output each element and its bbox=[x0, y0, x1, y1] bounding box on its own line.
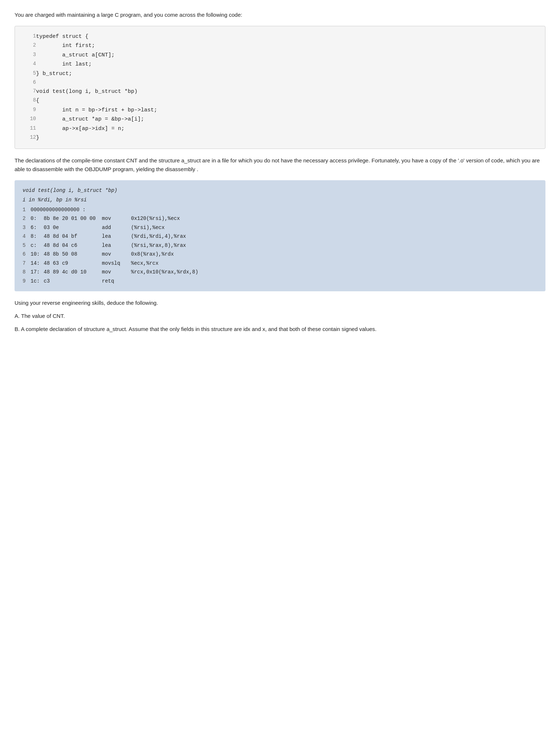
code-line-row: 7 void test(long i, b_struct *bp) bbox=[22, 87, 157, 96]
asm-bytes: 03 0e bbox=[44, 223, 102, 232]
code-text: int last; bbox=[36, 60, 157, 69]
asm-op: movslq bbox=[102, 259, 131, 268]
asm-addr: c: bbox=[31, 241, 44, 250]
line-number: 12 bbox=[22, 133, 36, 143]
intro-text: You are charged with maintaining a large… bbox=[15, 11, 545, 19]
asm-addr: 14: bbox=[31, 259, 44, 268]
asm-op: add bbox=[102, 223, 131, 232]
line-number: 3 bbox=[22, 51, 36, 60]
asm-operands: (%rdi,%rdi,4),%rax bbox=[131, 232, 537, 241]
code-line-row: 4 int last; bbox=[22, 60, 157, 69]
asm-operands: %rcx,0x10(%rax,%rdx,8) bbox=[131, 268, 537, 277]
bottom-lead: Using your reverse engineering skills, d… bbox=[15, 299, 545, 307]
asm-operands: (%rsi,%rax,8),%rax bbox=[131, 241, 537, 250]
code-line-row: 1 typedef struct { bbox=[22, 32, 157, 42]
asm-row: 8 17: 48 89 4c d0 10 mov %rcx,0x10(%rax,… bbox=[23, 268, 537, 277]
asm-addr: 8: bbox=[31, 232, 44, 241]
asm-line-num: 4 bbox=[23, 232, 31, 241]
asm-op: lea bbox=[102, 241, 131, 250]
asm-bytes: 8b 8e 20 01 00 00 bbox=[44, 214, 102, 223]
code-text: int n = bp->first + bp->last; bbox=[36, 106, 157, 115]
code-text: } b_struct; bbox=[36, 69, 157, 79]
asm-line-num: 8 bbox=[23, 268, 31, 277]
asm-addr: 0: bbox=[31, 214, 44, 223]
code-line-row: 8 { bbox=[22, 96, 157, 106]
line-number: 7 bbox=[22, 87, 36, 96]
code-text: ap->x[ap->idx] = n; bbox=[36, 124, 157, 134]
asm-bytes: 48 8d 04 bf bbox=[44, 232, 102, 241]
code-line-row: 3 a_struct a[CNT]; bbox=[22, 51, 157, 60]
asm-op: mov bbox=[102, 214, 131, 223]
asm-op: mov bbox=[102, 250, 131, 259]
code-line-row: 11 ap->x[ap->idx] = n; bbox=[22, 124, 157, 134]
asm-table: 1 0000000000000000 : 2 0: 8b 8e 20 01 00… bbox=[23, 205, 537, 286]
asm-row: 7 14: 48 63 c9 movslq %ecx,%rcx bbox=[23, 259, 537, 268]
line-number: 6 bbox=[22, 78, 36, 87]
asm-op: lea bbox=[102, 232, 131, 241]
code-text: a_struct *ap = &bp->a[i]; bbox=[36, 115, 157, 124]
bottom-b: B. A complete declaration of structure a… bbox=[15, 325, 545, 334]
line-number: 10 bbox=[22, 115, 36, 124]
asm-line-num: 9 bbox=[23, 277, 31, 286]
bottom-a: A. The value of CNT. bbox=[15, 312, 545, 320]
asm-row: 9 1c: c3 retq bbox=[23, 277, 537, 286]
line-number: 8 bbox=[22, 96, 36, 106]
asm-operands bbox=[131, 277, 537, 286]
asm-operands: 0x8(%rax),%rdx bbox=[131, 250, 537, 259]
asm-code-block: void test(long i, b_struct *bp) i in %rd… bbox=[15, 180, 545, 292]
code-line-row: 2 int first; bbox=[22, 41, 157, 51]
asm-row: 3 6: 03 0e add (%rsi),%ecx bbox=[23, 223, 537, 232]
asm-header1: void test(long i, b_struct *bp) bbox=[23, 186, 537, 195]
asm-addr: 10: bbox=[31, 250, 44, 259]
asm-header2: i in %rdi, bp in %rsi bbox=[23, 196, 537, 205]
line-number: 4 bbox=[22, 60, 36, 69]
code-text: { bbox=[36, 96, 157, 106]
bottom-section: Using your reverse engineering skills, d… bbox=[15, 299, 545, 334]
source-code-table: 1 typedef struct { 2 int first; 3 a_stru… bbox=[22, 32, 157, 143]
middle-text: The declarations of the compile-time con… bbox=[15, 156, 545, 174]
line-number: 11 bbox=[22, 124, 36, 134]
asm-bytes: 48 63 c9 bbox=[44, 259, 102, 268]
code-line-row: 5 } b_struct; bbox=[22, 69, 157, 79]
code-text: a_struct a[CNT]; bbox=[36, 51, 157, 60]
asm-row: 2 0: 8b 8e 20 01 00 00 mov 0x120(%rsi),%… bbox=[23, 214, 537, 223]
asm-line-num: 5 bbox=[23, 241, 31, 250]
asm-bytes: 48 89 4c d0 10 bbox=[44, 268, 102, 277]
line-number: 1 bbox=[22, 32, 36, 42]
code-text: int first; bbox=[36, 41, 157, 51]
asm-line-num: 7 bbox=[23, 259, 31, 268]
asm-label: 0000000000000000 : bbox=[31, 205, 537, 214]
asm-row: 5 c: 48 8d 04 c6 lea (%rsi,%rax,8),%rax bbox=[23, 241, 537, 250]
code-text bbox=[36, 78, 157, 87]
source-code-block: 1 typedef struct { 2 int first; 3 a_stru… bbox=[15, 26, 545, 149]
code-text: } bbox=[36, 133, 157, 143]
asm-addr: 1c: bbox=[31, 277, 44, 286]
asm-line-num: 6 bbox=[23, 250, 31, 259]
asm-addr: 17: bbox=[31, 268, 44, 277]
asm-op: mov bbox=[102, 268, 131, 277]
code-line-row: 12 } bbox=[22, 133, 157, 143]
asm-operands: 0x120(%rsi),%ecx bbox=[131, 214, 537, 223]
code-line-row: 9 int n = bp->first + bp->last; bbox=[22, 106, 157, 115]
code-text: void test(long i, b_struct *bp) bbox=[36, 87, 157, 96]
asm-op: retq bbox=[102, 277, 131, 286]
asm-bytes: 48 8d 04 c6 bbox=[44, 241, 102, 250]
asm-line-num: 1 bbox=[23, 205, 31, 214]
asm-row: 6 10: 48 8b 50 08 mov 0x8(%rax),%rdx bbox=[23, 250, 537, 259]
code-line-row: 6 bbox=[22, 78, 157, 87]
line-number: 2 bbox=[22, 41, 36, 51]
asm-operands: %ecx,%rcx bbox=[131, 259, 537, 268]
asm-operands: (%rsi),%ecx bbox=[131, 223, 537, 232]
line-number: 9 bbox=[22, 106, 36, 115]
asm-bytes: c3 bbox=[44, 277, 102, 286]
asm-line-num: 2 bbox=[23, 214, 31, 223]
code-line-row: 10 a_struct *ap = &bp->a[i]; bbox=[22, 115, 157, 124]
asm-row: 4 8: 48 8d 04 bf lea (%rdi,%rdi,4),%rax bbox=[23, 232, 537, 241]
asm-addr: 6: bbox=[31, 223, 44, 232]
asm-bytes: 48 8b 50 08 bbox=[44, 250, 102, 259]
code-text: typedef struct { bbox=[36, 32, 157, 42]
asm-line-num: 3 bbox=[23, 223, 31, 232]
line-number: 5 bbox=[22, 69, 36, 79]
asm-row: 1 0000000000000000 : bbox=[23, 205, 537, 214]
